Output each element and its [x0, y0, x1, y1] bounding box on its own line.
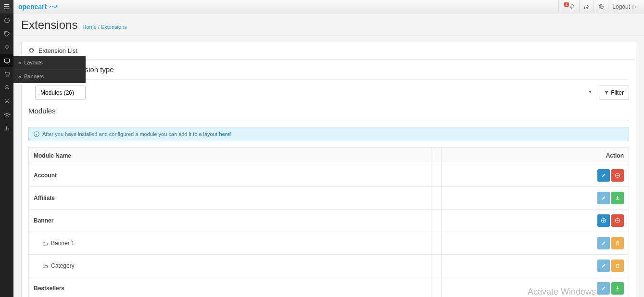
submenu-label: Layouts — [24, 60, 43, 65]
table-row: Banner — [29, 210, 629, 232]
sidebar-toggle[interactable] — [0, 0, 13, 13]
install-button[interactable] — [611, 282, 624, 295]
type-label: Choose the extension type — [28, 65, 629, 74]
svg-point-6 — [6, 85, 8, 87]
delete-button[interactable] — [611, 237, 624, 249]
nav-dashboard[interactable] — [0, 13, 13, 27]
modules-table: Module Name Action AccountAffiliateBanne… — [28, 147, 629, 297]
breadcrumb: Home / Extensions — [82, 24, 126, 30]
extension-panel: Extension List Choose the extension type… — [21, 42, 636, 297]
filter-label: Filter — [611, 89, 624, 96]
edit-button[interactable] — [597, 169, 610, 182]
pencil-icon — [601, 263, 606, 269]
page-title: Extensions — [21, 18, 77, 32]
add-button[interactable] — [597, 214, 610, 227]
page-header: Extensions Home / Extensions — [13, 13, 644, 36]
pencil-icon — [601, 285, 606, 291]
info-link[interactable]: here — [219, 131, 230, 137]
notifications-button[interactable]: 1 — [558, 0, 579, 13]
filter-icon — [604, 90, 609, 95]
pencil-icon — [601, 173, 606, 178]
notif-badge: 1 — [564, 2, 569, 7]
plus-icon — [601, 218, 606, 223]
submenu-label: Banners — [24, 74, 44, 79]
install-icon — [615, 285, 620, 291]
edit-button[interactable] — [597, 192, 610, 204]
panel-heading-text: Extension List — [38, 47, 77, 54]
module-name: Account — [34, 172, 57, 179]
sidebar — [0, 13, 13, 297]
minus-icon — [615, 218, 620, 223]
nav-design[interactable] — [0, 54, 13, 67]
minus-icon — [615, 173, 620, 178]
divider — [28, 79, 629, 80]
module-name: Bestsellers — [34, 285, 64, 292]
design-submenu: » Layouts » Banners — [13, 56, 86, 83]
col-module-name: Module Name — [29, 148, 431, 164]
trash-icon — [615, 263, 620, 269]
submenu-banners[interactable]: » Banners — [13, 69, 86, 83]
logo[interactable]: opencart — [18, 3, 58, 11]
nav-customers[interactable] — [0, 81, 13, 94]
col-action: Action — [442, 148, 629, 164]
svg-point-7 — [6, 100, 7, 101]
nav-sales[interactable] — [0, 67, 13, 81]
crumb-current[interactable]: Extensions — [101, 24, 127, 30]
install-button[interactable] — [611, 192, 624, 204]
table-row: Affiliate — [29, 187, 629, 210]
svg-point-4 — [5, 75, 6, 76]
home-button[interactable] — [579, 0, 593, 13]
modules-heading: Modules — [28, 107, 629, 115]
module-name: Affiliate — [34, 195, 55, 201]
chevron-right-icon: » — [18, 60, 21, 65]
divider — [28, 121, 629, 121]
module-name: Banner — [34, 217, 53, 224]
nav-system[interactable] — [0, 108, 13, 121]
store-button[interactable] — [593, 0, 608, 13]
nav-extensions[interactable] — [0, 40, 13, 54]
extension-type-select[interactable]: Modules (26) — [35, 86, 86, 100]
svg-point-5 — [7, 75, 8, 76]
logo-text: opencart — [18, 3, 47, 11]
install-icon — [615, 195, 620, 201]
pencil-icon — [601, 240, 606, 246]
info-icon — [34, 131, 39, 137]
crumb-home[interactable]: Home — [82, 24, 96, 30]
folder-icon — [42, 241, 48, 247]
chevron-right-icon: » — [18, 74, 21, 79]
main-content: Extensions Home / Extensions Extension L… — [13, 13, 644, 297]
trash-icon — [615, 240, 620, 246]
svg-point-2 — [5, 32, 6, 33]
filter-button[interactable]: Filter — [599, 86, 629, 100]
topbar: opencart 1 Logout — [0, 0, 644, 13]
info-text: After you have installed and configured … — [42, 131, 219, 137]
nav-catalog[interactable] — [0, 27, 13, 40]
uninstall-button[interactable] — [611, 214, 624, 227]
edit-button[interactable] — [597, 282, 610, 295]
edit-button[interactable] — [597, 260, 610, 272]
edit-button[interactable] — [597, 237, 610, 249]
info-alert: After you have installed and configured … — [28, 127, 629, 141]
module-name: Banner 1 — [51, 240, 75, 247]
pencil-icon — [601, 195, 606, 201]
svg-point-8 — [6, 113, 8, 116]
svg-rect-3 — [4, 59, 9, 62]
uninstall-button[interactable] — [611, 169, 624, 182]
nav-reports[interactable] — [0, 121, 13, 135]
logout-label: Logout — [612, 3, 630, 10]
nav-marketing[interactable] — [0, 94, 13, 108]
folder-icon — [42, 263, 48, 269]
delete-button[interactable] — [611, 260, 624, 272]
table-row: Category — [29, 255, 629, 277]
puzzle-icon — [28, 48, 35, 54]
module-name: Category — [51, 262, 75, 269]
panel-heading: Extension List — [22, 42, 636, 60]
submenu-layouts[interactable]: » Layouts — [13, 56, 86, 69]
table-row: Bestsellers — [29, 277, 629, 297]
logout-button[interactable]: Logout — [608, 0, 641, 13]
table-row: Banner 1 — [29, 232, 629, 255]
table-row: Account — [29, 164, 629, 187]
